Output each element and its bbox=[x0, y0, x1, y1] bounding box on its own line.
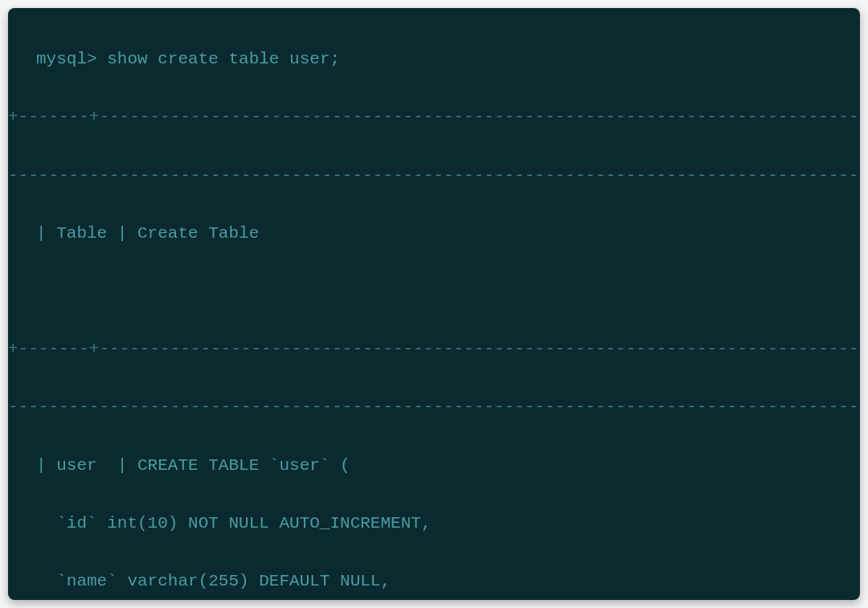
create-table-line: | user | CREATE TABLE `user` ( bbox=[8, 451, 860, 480]
separator-line: +-------+-------------------------------… bbox=[8, 103, 860, 132]
separator-line: ----------------------------------------… bbox=[8, 393, 860, 422]
table-header-row: | Table | Create Table bbox=[8, 219, 860, 248]
column-id-line: `id` int(10) NOT NULL AUTO_INCREMENT, bbox=[8, 509, 860, 538]
sql-command: show create table user; bbox=[107, 50, 340, 68]
column-name-line: `name` varchar(255) DEFAULT NULL, bbox=[8, 567, 860, 596]
terminal-window[interactable]: mysql> show create table user; +-------+… bbox=[8, 8, 860, 600]
separator-line: ----------------------------------------… bbox=[8, 161, 860, 190]
terminal-output: mysql> show create table user; +-------+… bbox=[8, 8, 860, 600]
separator-line: +-------+-------------------------------… bbox=[8, 335, 860, 364]
mysql-prompt: mysql> bbox=[36, 50, 97, 68]
